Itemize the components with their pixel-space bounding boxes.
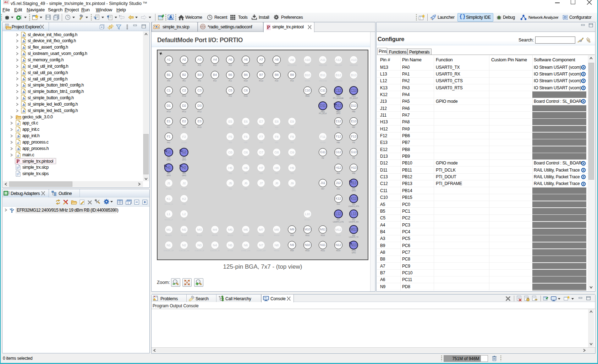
svg-text:.h: .h bbox=[22, 65, 25, 69]
svg-text:.c: .c bbox=[17, 128, 20, 132]
svg-text:.h: .h bbox=[22, 96, 25, 100]
svg-text:.h: .h bbox=[22, 39, 25, 43]
svg-text:.h: .h bbox=[22, 90, 25, 94]
svg-text:.h: .h bbox=[22, 103, 25, 107]
svg-text:.h: .h bbox=[22, 46, 25, 50]
svg-text:.h: .h bbox=[22, 52, 25, 56]
svg-text:.c: .c bbox=[17, 141, 20, 145]
svg-text:.h: .h bbox=[22, 71, 25, 75]
svg-text:.c: .c bbox=[17, 153, 20, 157]
svg-text:.h: .h bbox=[22, 33, 25, 37]
svg-text:.h: .h bbox=[17, 134, 20, 138]
svg-text:.h: .h bbox=[22, 109, 25, 113]
svg-text:.h: .h bbox=[22, 77, 25, 81]
svg-text:.c: .c bbox=[17, 122, 20, 125]
svg-text:.h: .h bbox=[22, 84, 25, 88]
svg-text:.h: .h bbox=[17, 147, 20, 151]
svg-text:.h: .h bbox=[22, 58, 25, 62]
